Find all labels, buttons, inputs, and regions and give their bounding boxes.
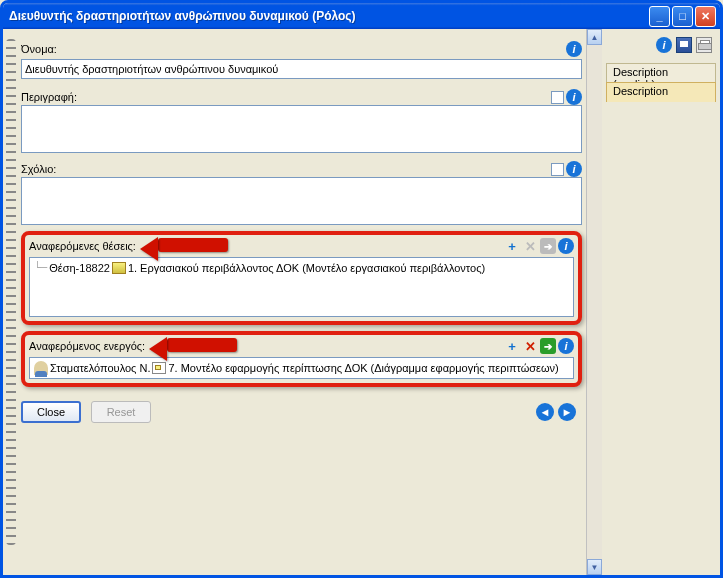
window-title: Διευθυντής δραστηριοτήτων ανθρώπινου δυν… bbox=[9, 9, 649, 23]
window: Διευθυντής δραστηριοτήτων ανθρώπινου δυν… bbox=[0, 0, 723, 578]
tree-connector-icon: └─ bbox=[34, 261, 47, 274]
scroll-down-icon[interactable]: ▼ bbox=[587, 559, 602, 575]
actor-section: Αναφερόμενος ενεργός: + ✕ ➔ i Σταματελόπ… bbox=[21, 331, 582, 387]
nav-arrows: ◄ ► bbox=[536, 403, 582, 421]
scroll-track[interactable] bbox=[587, 45, 602, 559]
item-text: 1. Εργασιακού περιβάλλοντος ΔΟΚ (Μοντέλο… bbox=[128, 262, 485, 274]
side-panel: i Description (english) Description bbox=[602, 29, 720, 575]
folder-icon bbox=[112, 262, 126, 274]
tab-label: Description bbox=[613, 85, 668, 97]
actor-title: Αναφερόμενος ενεργός: bbox=[29, 340, 145, 352]
save-icon[interactable] bbox=[676, 37, 692, 53]
comment-label-row: Σχόλιο: i bbox=[21, 161, 582, 177]
description-textarea[interactable] bbox=[21, 105, 582, 153]
positions-section: Αναφερόμενες θέσεις: + ✕ ➔ i └─ Θέση-188… bbox=[21, 231, 582, 325]
list-item[interactable]: └─ Θέση-18822 1. Εργασιακού περιβάλλοντο… bbox=[34, 261, 569, 274]
name-label-row: Όνομα: i bbox=[21, 41, 582, 57]
remove-icon[interactable]: ✕ bbox=[522, 338, 538, 354]
tab-description-english[interactable]: Description (english) bbox=[606, 63, 716, 83]
close-window-button[interactable]: ✕ bbox=[695, 6, 716, 27]
comment-checkbox[interactable] bbox=[551, 163, 564, 176]
main-panel: Όνομα: i Περιγραφή: i Σχόλιο: i bbox=[21, 29, 586, 575]
print-icon[interactable] bbox=[696, 37, 712, 53]
comment-label: Σχόλιο: bbox=[21, 163, 551, 175]
description-label: Περιγραφή: bbox=[21, 91, 551, 103]
minimize-button[interactable]: _ bbox=[649, 6, 670, 27]
close-button[interactable]: Close bbox=[21, 401, 81, 423]
comment-textarea[interactable] bbox=[21, 177, 582, 225]
actor-header: Αναφερόμενος ενεργός: + ✕ ➔ i bbox=[29, 337, 574, 355]
spiral-binding bbox=[3, 29, 21, 575]
titlebar-buttons: _ □ ✕ bbox=[649, 6, 716, 27]
goto-icon[interactable]: ➔ bbox=[540, 338, 556, 354]
footer: Close Reset ◄ ► bbox=[21, 387, 582, 423]
annotation-arrow bbox=[136, 237, 504, 255]
description-checkbox[interactable] bbox=[551, 91, 564, 104]
positions-tools: + ✕ ➔ i bbox=[504, 238, 574, 254]
list-item[interactable]: Σταματελόπουλος Ν. 7. Μοντέλο εφαρμογής … bbox=[34, 361, 569, 375]
positions-header: Αναφερόμενες θέσεις: + ✕ ➔ i bbox=[29, 237, 574, 255]
info-icon[interactable]: i bbox=[566, 41, 582, 57]
reset-button: Reset bbox=[91, 401, 151, 423]
actor-list[interactable]: Σταματελόπουλος Ν. 7. Μοντέλο εφαρμογής … bbox=[29, 357, 574, 379]
name-input[interactable] bbox=[21, 59, 582, 79]
diagram-icon bbox=[152, 362, 166, 374]
positions-list[interactable]: └─ Θέση-18822 1. Εργασιακού περιβάλλοντο… bbox=[29, 257, 574, 317]
add-icon[interactable]: + bbox=[504, 238, 520, 254]
maximize-button[interactable]: □ bbox=[672, 6, 693, 27]
scroll-up-icon[interactable]: ▲ bbox=[587, 29, 602, 45]
goto-icon[interactable]: ➔ bbox=[540, 238, 556, 254]
prev-button[interactable]: ◄ bbox=[536, 403, 554, 421]
info-icon[interactable]: i bbox=[566, 89, 582, 105]
annotation-arrow bbox=[145, 337, 504, 355]
description-label-row: Περιγραφή: i bbox=[21, 89, 582, 105]
remove-icon[interactable]: ✕ bbox=[522, 238, 538, 254]
actor-tools: + ✕ ➔ i bbox=[504, 338, 574, 354]
add-icon[interactable]: + bbox=[504, 338, 520, 354]
info-icon[interactable]: i bbox=[566, 161, 582, 177]
tab-description[interactable]: Description bbox=[606, 82, 716, 102]
client-area: Όνομα: i Περιγραφή: i Σχόλιο: i bbox=[3, 29, 720, 575]
next-button[interactable]: ► bbox=[558, 403, 576, 421]
info-icon[interactable]: i bbox=[558, 238, 574, 254]
info-icon[interactable]: i bbox=[558, 338, 574, 354]
item-prefix: Σταματελόπουλος Ν. bbox=[50, 362, 150, 374]
item-prefix: Θέση-18822 bbox=[49, 262, 110, 274]
info-icon[interactable]: i bbox=[656, 37, 672, 53]
item-text: 7. Μοντέλο εφαρμογής περίπτωσης ΔΟΚ (Διά… bbox=[168, 362, 558, 374]
titlebar[interactable]: Διευθυντής δραστηριοτήτων ανθρώπινου δυν… bbox=[3, 3, 720, 29]
top-toolbar: i bbox=[606, 35, 716, 63]
vertical-scrollbar[interactable]: ▲ ▼ bbox=[586, 29, 602, 575]
positions-title: Αναφερόμενες θέσεις: bbox=[29, 240, 136, 252]
name-label: Όνομα: bbox=[21, 43, 566, 55]
person-icon bbox=[34, 361, 48, 375]
